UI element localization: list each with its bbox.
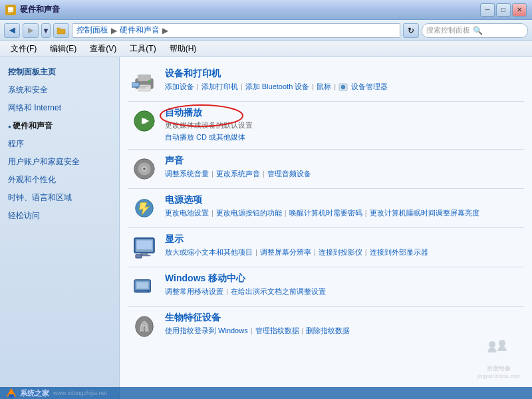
category-devices: 设备和打印机 添加设备 | 添加打印机 | 添加 Bluetooth 设备 | … (128, 63, 524, 102)
display-title[interactable]: 显示 (165, 233, 521, 245)
svg-point-9 (148, 80, 151, 82)
link-manage-fingerprints[interactable]: 管理指纹数据 (255, 325, 299, 337)
svg-rect-37 (144, 290, 146, 291)
breadcrumb-root[interactable]: 控制面板 (76, 25, 108, 36)
close-button[interactable]: ✕ (512, 3, 527, 17)
link-resolution[interactable]: 调整屏幕分辨率 (260, 247, 311, 259)
link-delete-fingerprints[interactable]: 删除指纹数据 (306, 325, 350, 337)
link-external-display[interactable]: 连接到外部显示器 (370, 247, 428, 259)
sidebar-item-ease[interactable]: 轻松访问 (5, 209, 114, 223)
link-brightness[interactable]: 调整屏幕亮度 (436, 207, 479, 219)
svg-rect-25 (137, 240, 152, 249)
devices-title[interactable]: 设备和打印机 (165, 68, 521, 80)
sidebar-item-appearance[interactable]: 外观和个性化 (5, 173, 114, 187)
svg-rect-43 (9, 394, 14, 398)
sidebar-item-system[interactable]: 系统和安全 (5, 83, 114, 97)
sidebar-item-user[interactable]: 用户账户和家庭安全 (5, 155, 114, 169)
content-area: 设备和打印机 添加设备 | 添加打印机 | 添加 Bluetooth 设备 | … (120, 57, 532, 399)
link-adjust-volume[interactable]: 调整系统音量 (165, 168, 209, 180)
menu-file[interactable]: 文件(F) (5, 42, 42, 56)
link-add-bluetooth[interactable]: 添加 Bluetooth 设备 (245, 81, 310, 93)
site-url: www.xitongzhijia.net (53, 390, 107, 396)
back-button[interactable]: ◀ (4, 23, 20, 38)
svg-rect-3 (8, 13, 11, 13)
menu-help[interactable]: 帮助(H) (164, 42, 202, 56)
autoplay-links: 自动播放 CD 或其他媒体 (165, 132, 521, 144)
breadcrumb-bar: 控制面板 ▶ 硬件和声音 ▶ (72, 23, 400, 38)
link-presentation-settings[interactable]: 在给出演示文档之前调整设置 (231, 286, 326, 298)
display-links: 放大或缩小文本和其他项目 | 调整屏幕分辨率 | 连接到投影仪 | 连接到外部显… (165, 247, 521, 259)
link-device-manager[interactable]: 设备管理器 (338, 81, 388, 93)
breadcrumb-current[interactable]: 硬件和声音 (120, 25, 160, 36)
autoplay-subtitle: 更改媒体或设备的默认设置 (165, 120, 521, 130)
link-battery-settings[interactable]: 更改电池设置 (165, 207, 209, 219)
breadcrumb-sep-1: ▶ (111, 26, 117, 35)
link-mouse[interactable]: 鼠标 (317, 81, 331, 93)
link-sleep-time[interactable]: 更改计算机睡眠时间 (370, 207, 436, 219)
addressbar: ◀ ▶ ▼ 控制面板 ▶ 硬件和声音 ▶ ↻ 搜索控制面板 🔍 (0, 20, 532, 41)
menu-tools[interactable]: 工具(T) (124, 42, 161, 56)
forward-button[interactable]: ▶ (23, 23, 39, 38)
category-autoplay: 自动播放 更改媒体或设备的默认设置 自动播放 CD 或其他媒体 (128, 102, 524, 150)
category-sound: 声音 调整系统音量 | 更改系统声音 | 管理音频设备 (128, 150, 524, 189)
power-icon (130, 194, 158, 222)
biometric-icon (130, 312, 158, 340)
svg-rect-8 (139, 88, 146, 88)
link-text-size[interactable]: 放大或缩小文本和其他项目 (165, 247, 253, 259)
link-require-password[interactable]: 唤醒计算机时需要密码 (289, 207, 362, 219)
minimize-button[interactable]: ─ (480, 3, 495, 17)
search-icon: 🔍 (473, 26, 483, 35)
search-placeholder-text: 搜索控制面板 (426, 25, 470, 35)
link-fingerprint-login[interactable]: 使用指纹登录到 Windows (165, 325, 248, 337)
refresh-button[interactable]: ↻ (403, 23, 419, 38)
mobility-icon (130, 273, 158, 301)
sidebar-home-title[interactable]: 控制面板主页 (5, 65, 114, 79)
link-change-sound[interactable]: 更改系统声音 (216, 168, 260, 180)
biometric-content: 生物特征设备 使用指纹登录到 Windows | 管理指纹数据 | 删除指纹数据 (165, 312, 521, 337)
biometric-title[interactable]: 生物特征设备 (165, 312, 521, 324)
sidebar: 控制面板主页 系统和安全 网络和 Internet 硬件和声音 程序 用户账户和… (0, 57, 120, 399)
bottom-bar: 系统之家 www.xitongzhijia.net (0, 387, 532, 399)
sidebar-item-programs[interactable]: 程序 (5, 137, 114, 151)
main-area: 控制面板主页 系统和安全 网络和 Internet 硬件和声音 程序 用户账户和… (0, 57, 532, 399)
autoplay-title[interactable]: 自动播放 (165, 107, 202, 119)
site-logo-icon (5, 387, 17, 399)
history-dropdown-button[interactable]: ▼ (41, 23, 51, 38)
svg-rect-34 (136, 290, 138, 291)
menu-edit[interactable]: 编辑(E) (45, 42, 82, 56)
category-display: 显示 放大或缩小文本和其他项目 | 调整屏幕分辨率 | 连接到投影仪 | 连接到… (128, 228, 524, 267)
devices-content: 设备和打印机 添加设备 | 添加打印机 | 添加 Bluetooth 设备 | … (165, 68, 521, 93)
mobility-title[interactable]: Windows 移动中心 (165, 273, 521, 285)
maximize-button[interactable]: □ (496, 3, 511, 17)
sound-icon (130, 155, 158, 183)
svg-rect-7 (139, 86, 149, 87)
power-content: 电源选项 更改电池设置 | 更改电源按钮的功能 | 唤醒计算机时需要密码 | 更… (165, 194, 521, 219)
link-autoplay-cd[interactable]: 自动播放 CD 或其他媒体 (165, 132, 245, 144)
sidebar-item-hardware[interactable]: 硬件和声音 (5, 119, 114, 133)
titlebar-left: 硬件和声音 (5, 4, 60, 15)
link-mobile-settings[interactable]: 调整常用移动设置 (165, 286, 223, 298)
menu-view[interactable]: 查看(V) (84, 42, 122, 56)
autoplay-title-text: 自动播放 (165, 107, 202, 118)
mobility-links: 调整常用移动设置 | 在给出演示文档之前调整设置 (165, 286, 521, 298)
titlebar-icon (5, 5, 16, 15)
power-links: 更改电池设置 | 更改电源按钮的功能 | 唤醒计算机时需要密码 | 更改计算机睡… (165, 207, 521, 219)
sidebar-item-clock[interactable]: 时钟、语言和区域 (5, 191, 114, 205)
link-power-button[interactable]: 更改电源按钮的功能 (216, 207, 282, 219)
sidebar-item-network[interactable]: 网络和 Internet (5, 101, 114, 115)
devices-icon (130, 68, 158, 96)
sound-links: 调整系统音量 | 更改系统声音 | 管理音频设备 (165, 168, 521, 180)
sound-title[interactable]: 声音 (165, 155, 521, 167)
mobility-content: Windows 移动中心 调整常用移动设置 | 在给出演示文档之前调整设置 (165, 273, 521, 298)
link-projector[interactable]: 连接到投影仪 (319, 247, 362, 259)
svg-rect-2 (8, 11, 13, 12)
autoplay-icon (130, 107, 158, 135)
display-content: 显示 放大或缩小文本和其他项目 | 调整屏幕分辨率 | 连接到投影仪 | 连接到… (165, 233, 521, 259)
svg-point-13 (341, 85, 345, 89)
link-manage-audio[interactable]: 管理音频设备 (267, 168, 311, 180)
power-title[interactable]: 电源选项 (165, 194, 521, 206)
link-add-device[interactable]: 添加设备 (165, 81, 194, 93)
biometric-links: 使用指纹登录到 Windows | 管理指纹数据 | 删除指纹数据 (165, 325, 521, 337)
link-add-printer[interactable]: 添加打印机 (201, 81, 238, 93)
display-icon (130, 233, 158, 261)
